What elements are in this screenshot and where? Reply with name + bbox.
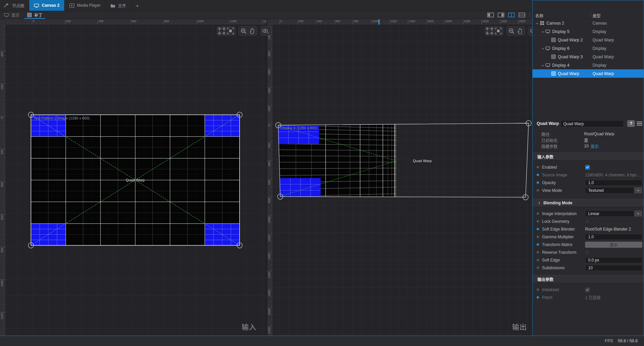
ruler-label-tick (267, 87, 273, 88)
param-control (585, 180, 642, 186)
param-dot (537, 212, 539, 215)
panel-left-icon[interactable] (487, 12, 494, 18)
info-label: 已初始化 (541, 137, 584, 143)
output-canvas[interactable]: Display 4 (1280 x 800) Quad Warp 输出 (273, 25, 532, 336)
ruler-label-tick (267, 326, 273, 326)
tree-row-canvas-2[interactable]: Canvas 2Canvas (533, 19, 644, 27)
param-dropdown[interactable]: Textured (585, 187, 642, 194)
ruler-label-tick (0, 181, 5, 182)
chevron-down-icon[interactable] (535, 22, 540, 25)
output-ruler-left: -1000-800-600-400-2000200400600800100012… (267, 25, 273, 336)
fit-selection-icon[interactable] (227, 28, 234, 34)
tree-row-display-6[interactable]: Display 6Display (533, 44, 644, 53)
view-tab-显示[interactable]: 显示 (1, 11, 23, 19)
ruler-label: 1000 (267, 217, 271, 223)
split-vertical-icon[interactable] (508, 12, 515, 18)
ruler-label: 0 (267, 125, 271, 127)
show-matrix-button[interactable]: 显示 (585, 242, 642, 248)
section-title: 输出参数 (537, 276, 553, 282)
tree-row-quad-warp-2[interactable]: Quad Warp 2Quad Warp (533, 36, 644, 44)
connected-dot (537, 296, 539, 299)
info-row: 路径:Root/Quad Warp (533, 131, 644, 137)
fit-selection-icon[interactable] (495, 28, 502, 34)
ruler-label-tick (267, 124, 273, 124)
canvas-tool-group (506, 26, 525, 36)
display-icon (545, 29, 550, 34)
ruler-label-tick (0, 214, 5, 214)
param-input[interactable] (585, 180, 642, 186)
view-tab-补丁[interactable]: 补丁 (24, 11, 46, 19)
help-button[interactable]: ? (627, 120, 635, 127)
node-name-input[interactable] (561, 120, 624, 127)
chevron-down-icon[interactable] (540, 47, 545, 50)
tab-media-player[interactable]: Media Player (65, 0, 106, 11)
tree-row-display-4[interactable]: Display 4Display (533, 61, 644, 69)
ruler-label: 200 (298, 20, 303, 24)
ruler-label: 400 (98, 20, 103, 24)
ruler-label-tick (267, 216, 273, 216)
tree-row-type: Quad Warp (593, 38, 614, 42)
checkbox-checked[interactable] (585, 165, 590, 170)
tree-row-display-5[interactable]: Display 5Display (533, 27, 644, 36)
show-hidden-params-link[interactable]: 显示 (591, 143, 599, 149)
fit-all-icon[interactable] (218, 28, 225, 34)
fit-all-icon[interactable] (486, 28, 493, 34)
tree-header: 名称 类型 (533, 11, 644, 19)
zoom-in-icon[interactable] (240, 28, 247, 34)
display-4-label: Display 4 (1280 x 800) (280, 126, 317, 130)
tab-文件[interactable]: 文件 (106, 0, 131, 11)
param-control: 1280x800, 4 channels, 8 bpc. R... (585, 173, 642, 177)
param-control (585, 165, 642, 170)
ruler-label: 1800 (267, 290, 271, 297)
param-control (585, 257, 642, 263)
chevron-spacer (546, 55, 551, 59)
param-row-view-mode: View ModeTextured (533, 186, 644, 194)
output-corner-label: 输出 (512, 321, 527, 332)
connected-dot (537, 243, 539, 246)
panel-right-icon[interactable] (498, 12, 504, 18)
pan-hand-icon[interactable] (249, 28, 256, 34)
param-dot (537, 220, 539, 222)
chevron-down-icon[interactable] (540, 30, 545, 33)
view-tab-label: 显示 (11, 12, 20, 18)
application-window: 节点图 Canvas 2Media Player文件 + 显示补丁 020040… (0, 0, 644, 346)
tab-canvas-2[interactable]: Canvas 2 (29, 0, 65, 11)
param-dot (537, 236, 539, 238)
ruler-label: -400 (0, 52, 4, 58)
param-control (585, 287, 642, 292)
tree-column-divider[interactable] (591, 12, 591, 18)
ruler-label: 800 (164, 20, 169, 24)
inspector-info: 路径:Root/Quad Warp已初始化是隐藏参数10显示 (533, 131, 644, 149)
tree-row-quad-warp-3[interactable]: Quad Warp 3Quad Warp (533, 53, 644, 61)
param-input[interactable] (585, 265, 642, 271)
section-header-blending-mode[interactable]: Blending Mode (533, 199, 644, 207)
node-graph-icon (3, 3, 9, 8)
inspector-menu-button[interactable] (636, 121, 643, 126)
param-row-soft-edge-blender: Soft Edge BlenderRoot/Soft Edge Blender … (533, 225, 644, 233)
chevron-down-icon[interactable] (540, 64, 545, 67)
split-horizontal-icon[interactable] (518, 12, 525, 18)
node-graph-button[interactable]: 节点图 (0, 0, 29, 11)
ruler-label: 200 (0, 150, 4, 154)
checkbox-unchecked[interactable] (585, 219, 590, 224)
chevron-down-icon (634, 211, 642, 216)
ruler-label-tick (267, 271, 273, 271)
zoom-in-icon[interactable] (508, 28, 515, 34)
ruler-label: 0 (32, 20, 35, 24)
param-control: Textured (585, 187, 642, 194)
input-canvas-toolbar (217, 26, 271, 36)
checkbox-unchecked[interactable] (585, 250, 590, 255)
input-canvas[interactable]: Test Pattern 2.Image (1280 x 800) Quad W… (5, 25, 266, 336)
param-dropdown[interactable]: Linear (585, 210, 642, 217)
pan-hand-icon[interactable] (517, 28, 524, 34)
info-label: 路径: (541, 131, 584, 137)
ruler-label: 1200 (229, 20, 237, 24)
param-input[interactable] (585, 257, 642, 263)
param-label: Image Interpolation (542, 211, 585, 216)
visibility-icon[interactable] (262, 28, 269, 34)
input-quad-warp-label: Quad Warp (126, 178, 145, 182)
tree-row-quad-warp[interactable]: Quad WarpQuad Warp (533, 69, 644, 78)
new-tab-button[interactable]: + (131, 0, 144, 11)
inspector-title: Quad Warp (537, 121, 559, 126)
param-input[interactable] (585, 234, 642, 240)
